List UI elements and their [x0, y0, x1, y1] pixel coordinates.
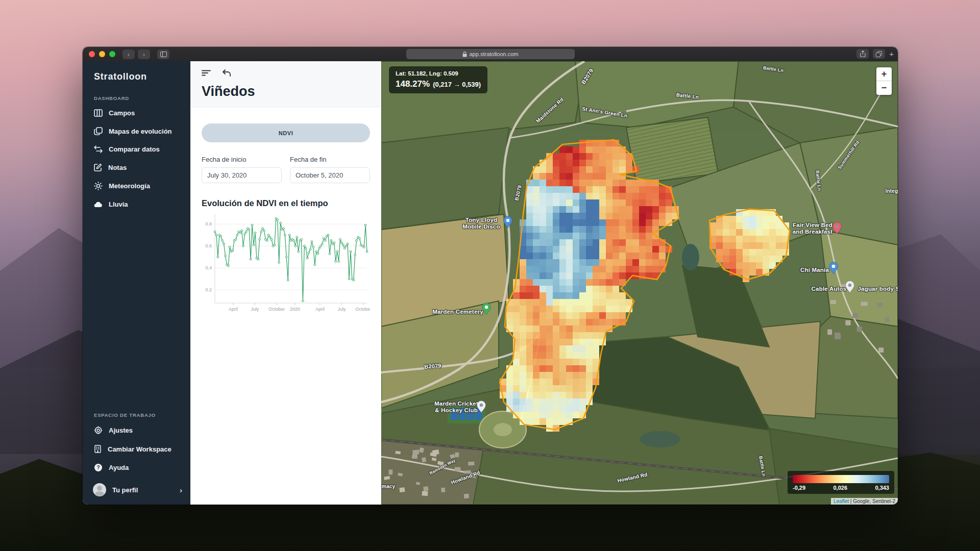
sidebar-item-label: Notas: [108, 164, 127, 171]
browser-back-button[interactable]: ‹: [122, 49, 135, 59]
map-pin[interactable]: [845, 280, 855, 293]
close-window-button[interactable]: [89, 51, 95, 57]
ndvi-legend: -0,29 0,026 0,343: [788, 471, 894, 494]
map-pin[interactable]: [503, 215, 513, 229]
traffic-lights: [89, 51, 115, 57]
sun-icon: [94, 182, 103, 190]
map-zoom-control: + −: [876, 67, 892, 95]
note-edit-icon: [94, 163, 102, 171]
end-date-input[interactable]: [290, 167, 370, 183]
tabs-icon: [876, 51, 882, 57]
browser-titlebar: ‹ › app.stratolloon.com +: [83, 47, 898, 61]
app-sidebar: Stratolloon DASHBOARD Campos Mapas de ev…: [83, 61, 190, 505]
sidebar-item-lluvia[interactable]: Lluvia: [83, 195, 190, 213]
svg-text:?: ?: [96, 465, 100, 470]
sidebar-item-label: Meteorología: [109, 182, 150, 190]
detail-panel: Viñedos NDVI Fecha de inicio Fecha de fi…: [190, 61, 381, 505]
sidebar-item-label: Ayuda: [109, 464, 129, 471]
pixel-info-overlay: Lat: 51.182, Lng: 0.509 148.27% (0,217 →…: [389, 66, 487, 93]
svg-text:0.8: 0.8: [205, 221, 212, 227]
sidebar-item-comparar-datos[interactable]: Comparar datos: [83, 140, 190, 158]
section-label-workspace: ESPACIO DE TRABAJO: [83, 399, 190, 421]
legend-gradient-bar: [793, 475, 889, 483]
sidebar-item-label: Mapas de evolución: [109, 128, 172, 135]
svg-text:October: October: [355, 307, 370, 312]
url-bar[interactable]: app.stratolloon.com: [406, 49, 575, 59]
zoom-window-button[interactable]: [109, 51, 115, 57]
minimize-window-button[interactable]: [99, 51, 105, 57]
back-arrow-icon[interactable]: [222, 69, 231, 77]
sidebar-item-mapas-de-evolucion[interactable]: Mapas de evolución: [83, 122, 190, 140]
map-pin[interactable]: [828, 261, 839, 274]
legend-max: 0,343: [875, 485, 889, 491]
end-date-label: Fecha de fin: [290, 156, 370, 163]
section-label-dashboard: DASHBOARD: [83, 82, 190, 104]
url-text: app.stratolloon.com: [470, 51, 519, 57]
ndvi-change-percent: 148.27%: [396, 79, 430, 89]
sidebar-item-label: Campos: [109, 109, 135, 117]
help-circle-icon: ?: [94, 463, 103, 472]
svg-text:0.2: 0.2: [205, 287, 212, 292]
leaflet-link[interactable]: Leaflet: [834, 498, 849, 504]
svg-text:0.4: 0.4: [205, 265, 212, 270]
sidebar-toggle-button[interactable]: [157, 49, 169, 59]
browser-forward-button[interactable]: ›: [138, 49, 150, 59]
avatar: [93, 483, 106, 496]
svg-text:2020: 2020: [290, 307, 300, 312]
sidebar-item-label: Lluvia: [109, 201, 128, 208]
page-title: Viñedos: [202, 84, 370, 99]
sidebar-item-label: Comparar datos: [109, 145, 160, 153]
compare-arrows-icon: [94, 145, 103, 153]
sidebar-item-notas[interactable]: Notas: [83, 158, 190, 177]
svg-text:April: April: [315, 307, 325, 312]
sidebar-item-label: Ajustes: [109, 427, 133, 434]
layers-icon: [94, 127, 103, 135]
coords-readout: Lat: 51.182, Lng: 0.509: [396, 70, 481, 77]
sidebar-item-ajustes[interactable]: Ajustes: [83, 421, 190, 440]
share-icon: [860, 51, 866, 57]
zoom-out-button[interactable]: −: [876, 81, 892, 95]
svg-text:October: October: [268, 307, 285, 312]
svg-text:April: April: [229, 307, 238, 312]
sidebar-item-cambiar-workspace[interactable]: Cambiar Workspace: [83, 440, 190, 458]
sidebar-toggle-icon: [160, 52, 167, 57]
map-pin[interactable]: [476, 400, 486, 413]
gear-icon: [94, 426, 103, 435]
filter-icon[interactable]: [202, 70, 211, 76]
ndvi-evolution-chart: 0.20.40.60.8AprilJulyOctober2020AprilJul…: [202, 212, 370, 314]
app-logo: Stratolloon: [83, 61, 190, 82]
map-pin[interactable]: [832, 221, 842, 235]
legend-mid: 0,026: [834, 485, 848, 491]
sidebar-item-label: Cambiar Workspace: [108, 445, 172, 453]
start-date-input[interactable]: [202, 167, 282, 183]
legend-min: -0,29: [793, 485, 805, 491]
ndvi-change-range: (0,217 → 0,539): [433, 81, 481, 88]
ndvi-tab-button[interactable]: NDVI: [202, 123, 370, 142]
map-pin[interactable]: [481, 302, 492, 315]
tab-overview-button[interactable]: [873, 49, 885, 59]
share-button[interactable]: [856, 49, 869, 59]
zoom-in-button[interactable]: +: [876, 67, 892, 81]
map-attribution: Leaflet | Google, Sentinel-2: [831, 498, 898, 505]
building-icon: [94, 445, 102, 453]
svg-text:July: July: [251, 307, 259, 312]
profile-item[interactable]: Tu perfil ›: [83, 477, 190, 505]
lock-icon: [462, 52, 467, 57]
columns-icon: [94, 109, 103, 117]
cloud-icon: [94, 201, 103, 208]
sidebar-item-campos[interactable]: Campos: [83, 104, 190, 122]
svg-text:0.6: 0.6: [205, 243, 212, 248]
profile-label: Tu perfil: [112, 486, 138, 494]
svg-text:July: July: [338, 307, 347, 312]
start-date-label: Fecha de inicio: [202, 156, 282, 163]
chevron-right-icon: ›: [180, 486, 182, 494]
sidebar-item-ayuda[interactable]: ? Ayuda: [83, 458, 190, 477]
browser-window: ‹ › app.stratolloon.com + Stratolloon DA…: [83, 47, 898, 505]
satellite-map[interactable]: B2079Maidstone RdSt Ann's Green LnBattle…: [381, 61, 898, 505]
sidebar-item-meteorologia[interactable]: Meteorología: [83, 177, 190, 195]
new-tab-button[interactable]: +: [889, 49, 894, 58]
satellite-imagery: [381, 61, 898, 505]
chart-title: Evolución de NDVI en el tiempo: [202, 198, 370, 208]
